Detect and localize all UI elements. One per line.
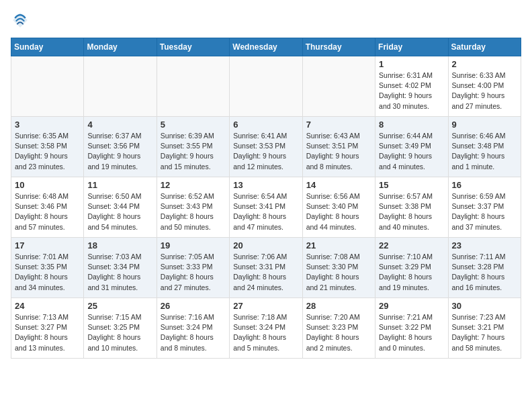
day-info: Sunrise: 6:43 AMSunset: 3:51 PMDaylight:… (306, 131, 371, 172)
logo (11, 11, 32, 30)
calendar-week-row: 10Sunrise: 6:48 AMSunset: 3:46 PMDayligh… (11, 177, 521, 238)
calendar-cell: 16Sunrise: 6:59 AMSunset: 3:37 PMDayligh… (448, 177, 521, 238)
day-info: Sunrise: 6:39 AMSunset: 3:55 PMDaylight:… (161, 131, 226, 172)
calendar-week-row: 1Sunrise: 6:31 AMSunset: 4:02 PMDaylight… (11, 56, 521, 117)
calendar-cell: 10Sunrise: 6:48 AMSunset: 3:46 PMDayligh… (11, 177, 84, 238)
day-number: 10 (15, 180, 80, 190)
day-info: Sunrise: 7:20 AMSunset: 3:23 PMDaylight:… (306, 312, 371, 353)
day-number: 11 (87, 180, 152, 190)
day-number: 7 (306, 120, 371, 130)
weekday-header-monday: Monday (84, 38, 157, 56)
day-info: Sunrise: 6:33 AMSunset: 4:00 PMDaylight:… (452, 71, 517, 111)
calendar-cell: 19Sunrise: 7:05 AMSunset: 3:33 PMDayligh… (157, 238, 229, 298)
calendar-cell: 18Sunrise: 7:03 AMSunset: 3:34 PMDayligh… (84, 238, 157, 298)
day-number: 26 (161, 301, 226, 311)
day-info: Sunrise: 7:01 AMSunset: 3:35 PMDaylight:… (15, 252, 80, 293)
calendar-cell: 20Sunrise: 7:06 AMSunset: 3:31 PMDayligh… (230, 238, 302, 298)
calendar-cell: 27Sunrise: 7:18 AMSunset: 3:24 PMDayligh… (230, 298, 302, 359)
day-number: 25 (87, 301, 152, 311)
day-number: 15 (379, 180, 444, 190)
day-number: 5 (161, 120, 226, 130)
day-number: 12 (161, 180, 226, 190)
day-info: Sunrise: 6:57 AMSunset: 3:38 PMDaylight:… (379, 191, 444, 232)
weekday-header-thursday: Thursday (302, 38, 375, 56)
day-number: 3 (15, 120, 80, 130)
day-number: 13 (233, 180, 298, 190)
day-number: 1 (379, 59, 444, 69)
day-number: 20 (233, 240, 298, 250)
day-number: 23 (452, 240, 517, 250)
calendar-cell: 2Sunrise: 6:33 AMSunset: 4:00 PMDaylight… (448, 56, 521, 117)
day-number: 22 (379, 240, 444, 250)
day-info: Sunrise: 7:05 AMSunset: 3:33 PMDaylight:… (161, 252, 226, 293)
calendar-cell: 7Sunrise: 6:43 AMSunset: 3:51 PMDaylight… (302, 117, 375, 177)
calendar-cell: 22Sunrise: 7:10 AMSunset: 3:29 PMDayligh… (375, 238, 448, 298)
calendar-week-row: 17Sunrise: 7:01 AMSunset: 3:35 PMDayligh… (11, 238, 521, 298)
weekday-header-row: SundayMondayTuesdayWednesdayThursdayFrid… (11, 38, 521, 56)
day-info: Sunrise: 7:18 AMSunset: 3:24 PMDaylight:… (233, 312, 298, 353)
day-info: Sunrise: 6:56 AMSunset: 3:40 PMDaylight:… (306, 191, 371, 232)
calendar-cell: 29Sunrise: 7:21 AMSunset: 3:22 PMDayligh… (375, 298, 448, 359)
calendar-cell: 11Sunrise: 6:50 AMSunset: 3:44 PMDayligh… (84, 177, 157, 238)
day-number: 19 (161, 240, 226, 250)
day-number: 18 (87, 240, 152, 250)
day-info: Sunrise: 7:21 AMSunset: 3:22 PMDaylight:… (379, 312, 444, 353)
weekday-header-sunday: Sunday (11, 38, 84, 56)
calendar-cell: 14Sunrise: 6:56 AMSunset: 3:40 PMDayligh… (302, 177, 375, 238)
day-info: Sunrise: 6:48 AMSunset: 3:46 PMDaylight:… (15, 191, 80, 232)
calendar-cell: 12Sunrise: 6:52 AMSunset: 3:43 PMDayligh… (157, 177, 229, 238)
calendar-cell: 3Sunrise: 6:35 AMSunset: 3:58 PMDaylight… (11, 117, 84, 177)
day-number: 29 (379, 301, 444, 311)
header (11, 11, 521, 30)
day-info: Sunrise: 6:37 AMSunset: 3:56 PMDaylight:… (87, 131, 152, 172)
day-info: Sunrise: 7:11 AMSunset: 3:28 PMDaylight:… (452, 252, 517, 293)
calendar-cell: 17Sunrise: 7:01 AMSunset: 3:35 PMDayligh… (11, 238, 84, 298)
calendar-cell (157, 56, 229, 117)
day-number: 21 (306, 240, 371, 250)
calendar-cell: 26Sunrise: 7:16 AMSunset: 3:24 PMDayligh… (157, 298, 229, 359)
day-info: Sunrise: 6:35 AMSunset: 3:58 PMDaylight:… (15, 131, 80, 172)
day-number: 2 (452, 59, 517, 69)
calendar-cell: 25Sunrise: 7:15 AMSunset: 3:25 PMDayligh… (84, 298, 157, 359)
day-info: Sunrise: 7:08 AMSunset: 3:30 PMDaylight:… (306, 252, 371, 293)
weekday-header-saturday: Saturday (448, 38, 521, 56)
weekday-header-friday: Friday (375, 38, 448, 56)
calendar-cell: 24Sunrise: 7:13 AMSunset: 3:27 PMDayligh… (11, 298, 84, 359)
day-number: 4 (87, 120, 152, 130)
calendar-cell: 23Sunrise: 7:11 AMSunset: 3:28 PMDayligh… (448, 238, 521, 298)
day-number: 30 (452, 301, 517, 311)
day-info: Sunrise: 7:23 AMSunset: 3:21 PMDaylight:… (452, 312, 517, 353)
day-info: Sunrise: 7:03 AMSunset: 3:34 PMDaylight:… (87, 252, 152, 293)
calendar-week-row: 3Sunrise: 6:35 AMSunset: 3:58 PMDaylight… (11, 117, 521, 177)
day-info: Sunrise: 6:31 AMSunset: 4:02 PMDaylight:… (379, 71, 444, 111)
day-info: Sunrise: 7:10 AMSunset: 3:29 PMDaylight:… (379, 252, 444, 293)
calendar-cell: 9Sunrise: 6:46 AMSunset: 3:48 PMDaylight… (448, 117, 521, 177)
calendar-cell: 6Sunrise: 6:41 AMSunset: 3:53 PMDaylight… (230, 117, 302, 177)
calendar-cell: 13Sunrise: 6:54 AMSunset: 3:41 PMDayligh… (230, 177, 302, 238)
calendar-cell: 5Sunrise: 6:39 AMSunset: 3:55 PMDaylight… (157, 117, 229, 177)
day-number: 27 (233, 301, 298, 311)
calendar-cell: 8Sunrise: 6:44 AMSunset: 3:49 PMDaylight… (375, 117, 448, 177)
weekday-header-tuesday: Tuesday (157, 38, 229, 56)
day-info: Sunrise: 7:15 AMSunset: 3:25 PMDaylight:… (87, 312, 152, 353)
calendar-cell: 1Sunrise: 6:31 AMSunset: 4:02 PMDaylight… (375, 56, 448, 117)
calendar-cell (230, 56, 302, 117)
calendar-week-row: 24Sunrise: 7:13 AMSunset: 3:27 PMDayligh… (11, 298, 521, 359)
day-number: 14 (306, 180, 371, 190)
day-number: 6 (233, 120, 298, 130)
day-info: Sunrise: 6:50 AMSunset: 3:44 PMDaylight:… (87, 191, 152, 232)
calendar-table: SundayMondayTuesdayWednesdayThursdayFrid… (11, 38, 521, 359)
day-number: 16 (452, 180, 517, 190)
calendar-cell (302, 56, 375, 117)
day-info: Sunrise: 6:59 AMSunset: 3:37 PMDaylight:… (452, 191, 517, 232)
day-info: Sunrise: 7:16 AMSunset: 3:24 PMDaylight:… (161, 312, 226, 353)
calendar-cell (11, 56, 84, 117)
day-info: Sunrise: 7:06 AMSunset: 3:31 PMDaylight:… (233, 252, 298, 293)
day-number: 24 (15, 301, 80, 311)
calendar-cell: 30Sunrise: 7:23 AMSunset: 3:21 PMDayligh… (448, 298, 521, 359)
day-info: Sunrise: 6:41 AMSunset: 3:53 PMDaylight:… (233, 131, 298, 172)
day-number: 17 (15, 240, 80, 250)
logo-icon (11, 11, 30, 30)
day-number: 9 (452, 120, 517, 130)
calendar-cell (84, 56, 157, 117)
